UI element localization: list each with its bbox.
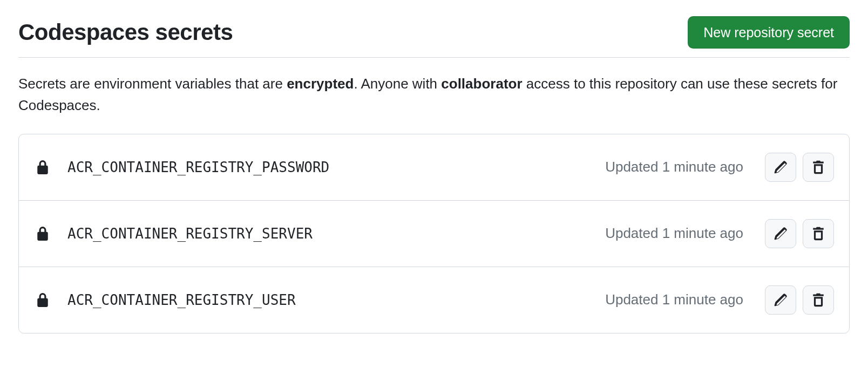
- page-title: Codespaces secrets: [18, 19, 233, 45]
- secret-row: ACR_CONTAINER_REGISTRY_PASSWORD Updated …: [19, 134, 849, 201]
- pencil-icon: [774, 160, 788, 174]
- desc-text-2: . Anyone with: [354, 76, 441, 92]
- secret-name: ACR_CONTAINER_REGISTRY_USER: [67, 292, 605, 308]
- lock-icon: [34, 159, 51, 176]
- secret-row: ACR_CONTAINER_REGISTRY_USER Updated 1 mi…: [19, 267, 849, 333]
- lock-icon: [34, 225, 51, 242]
- delete-secret-button[interactable]: [803, 219, 834, 248]
- header-row: Codespaces secrets New repository secret: [18, 16, 850, 58]
- new-repository-secret-button[interactable]: New repository secret: [688, 16, 850, 49]
- desc-bold-2: collaborator: [441, 76, 522, 92]
- desc-bold-1: encrypted: [287, 76, 354, 92]
- pencil-icon: [774, 227, 788, 241]
- secrets-description: Secrets are environment variables that a…: [18, 73, 850, 117]
- edit-secret-button[interactable]: [765, 219, 796, 248]
- secret-name: ACR_CONTAINER_REGISTRY_SERVER: [67, 226, 605, 242]
- secret-row: ACR_CONTAINER_REGISTRY_SERVER Updated 1 …: [19, 201, 849, 267]
- secret-updated: Updated 1 minute ago: [605, 159, 743, 175]
- secret-updated: Updated 1 minute ago: [605, 291, 743, 308]
- secret-updated: Updated 1 minute ago: [605, 225, 743, 242]
- desc-text-1: Secrets are environment variables that a…: [18, 76, 287, 92]
- lock-icon: [34, 291, 51, 309]
- delete-secret-button[interactable]: [803, 285, 834, 315]
- pencil-icon: [774, 293, 788, 307]
- trash-icon: [811, 226, 825, 241]
- edit-secret-button[interactable]: [765, 285, 796, 315]
- secret-name: ACR_CONTAINER_REGISTRY_PASSWORD: [67, 159, 605, 175]
- trash-icon: [811, 160, 825, 175]
- delete-secret-button[interactable]: [803, 153, 834, 182]
- edit-secret-button[interactable]: [765, 153, 796, 182]
- secrets-settings-panel: Codespaces secrets New repository secret…: [0, 0, 868, 350]
- trash-icon: [811, 292, 825, 308]
- secrets-list: ACR_CONTAINER_REGISTRY_PASSWORD Updated …: [18, 134, 850, 333]
